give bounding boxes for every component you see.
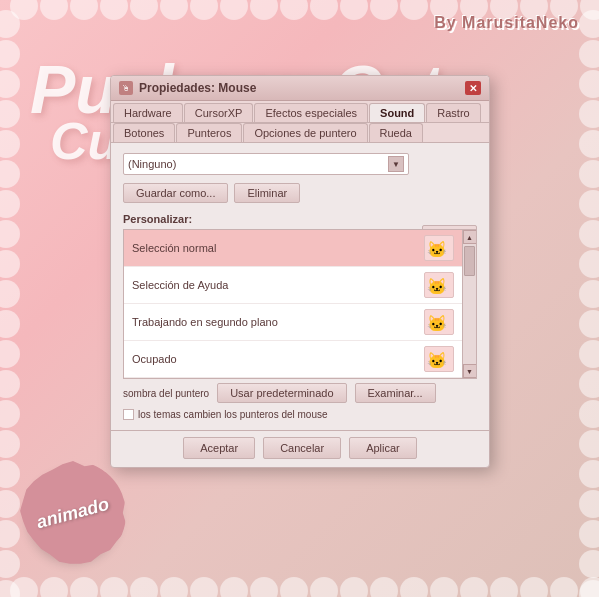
animated-badge: animado xyxy=(28,469,118,559)
default-button[interactable]: Usar predeterminado xyxy=(217,383,346,403)
scroll-track xyxy=(463,244,476,364)
list-item-label: Trabajando en segundo plano xyxy=(132,316,278,328)
list-scrollbar[interactable]: ▲ ▼ xyxy=(462,230,476,378)
list-item-label: Selección normal xyxy=(132,242,216,254)
list-item-label: Selección de Ayuda xyxy=(132,279,228,291)
list-item-label: Ocupado xyxy=(132,353,177,365)
tab-rastro[interactable]: Rastro xyxy=(426,103,480,122)
tabs-row-2: Botones Punteros Opciones de puntero Rue… xyxy=(111,123,489,143)
bottom-action-area: sombra del puntero Usar predeterminado E… xyxy=(123,383,477,420)
cursor-icon-background: 🐱 xyxy=(424,309,454,335)
branding-text: By MarusitaNeko xyxy=(434,14,579,32)
list-item[interactable]: Selección de Ayuda 🐱 xyxy=(124,267,462,304)
action-row: Guardar como... Eliminar xyxy=(123,183,477,203)
close-button[interactable]: ✕ xyxy=(465,81,481,95)
dropdown-arrow-icon[interactable]: ▼ xyxy=(388,156,404,172)
svg-text:🐱: 🐱 xyxy=(427,314,447,333)
tab-efectos[interactable]: Efectos especiales xyxy=(254,103,368,122)
properties-dialog: 🖱 Propiedades: Mouse ✕ Hardware CursorXP… xyxy=(110,75,490,468)
title-bar-left: 🖱 Propiedades: Mouse xyxy=(119,81,256,95)
svg-text:🐱: 🐱 xyxy=(427,351,447,370)
tab-rueda[interactable]: Rueda xyxy=(369,123,423,142)
cursor-list: Selección normal 🐱 Selección de Ayuda 🐱 … xyxy=(123,229,477,379)
svg-text:🐱: 🐱 xyxy=(427,277,447,296)
tab-punteros[interactable]: Punteros xyxy=(176,123,242,142)
shadow-row: sombra del puntero Usar predeterminado E… xyxy=(123,383,477,403)
svg-text:🐱: 🐱 xyxy=(427,240,447,259)
accept-button[interactable]: Aceptar xyxy=(183,437,255,459)
tab-cursorxp[interactable]: CursorXP xyxy=(184,103,254,122)
cursor-icon-busy: 🐱 xyxy=(424,346,454,372)
title-bar: 🖱 Propiedades: Mouse ✕ xyxy=(111,76,489,101)
personalizar-label: Personalizar: xyxy=(123,213,477,225)
checkbox-themes[interactable] xyxy=(123,409,134,420)
list-item[interactable]: Ocupado 🐱 xyxy=(124,341,462,378)
delete-button[interactable]: Eliminar xyxy=(234,183,300,203)
tab-opciones-puntero[interactable]: Opciones de puntero xyxy=(243,123,367,142)
list-item[interactable]: Trabajando en segundo plano 🐱 xyxy=(124,304,462,341)
dialog-content: (Ninguno) ▼ 🐱 Guardar como... Eliminar P… xyxy=(111,143,489,430)
dialog-footer: Aceptar Cancelar Aplicar xyxy=(111,430,489,467)
list-content: Selección normal 🐱 Selección de Ayuda 🐱 … xyxy=(124,230,462,378)
dropdown-row: (Ninguno) ▼ xyxy=(123,153,477,175)
badge-label: animado xyxy=(35,495,112,533)
tabs-row-1: Hardware CursorXP Efectos especiales Sou… xyxy=(111,101,489,123)
scroll-thumb[interactable] xyxy=(464,246,475,276)
list-item[interactable]: Selección normal 🐱 xyxy=(124,230,462,267)
dropdown-value: (Ninguno) xyxy=(128,158,176,170)
tab-sound[interactable]: Sound xyxy=(369,103,425,122)
tab-botones[interactable]: Botones xyxy=(113,123,175,142)
scroll-down-button[interactable]: ▼ xyxy=(463,364,477,378)
dialog-icon: 🖱 xyxy=(119,81,133,95)
shadow-label: sombra del puntero xyxy=(123,388,209,399)
checkbox-label: los temas cambien los punteros del mouse xyxy=(138,409,328,420)
sound-scheme-dropdown[interactable]: (Ninguno) ▼ xyxy=(123,153,409,175)
tab-hardware[interactable]: Hardware xyxy=(113,103,183,122)
apply-button[interactable]: Aplicar xyxy=(349,437,417,459)
dialog-title: Propiedades: Mouse xyxy=(139,81,256,95)
browse-button[interactable]: Examinar... xyxy=(355,383,436,403)
cursor-icon-normal: 🐱 xyxy=(424,235,454,261)
cancel-button[interactable]: Cancelar xyxy=(263,437,341,459)
scroll-up-button[interactable]: ▲ xyxy=(463,230,477,244)
save-as-button[interactable]: Guardar como... xyxy=(123,183,228,203)
cursor-icon-help: 🐱 xyxy=(424,272,454,298)
checkbox-row: los temas cambien los punteros del mouse xyxy=(123,409,477,420)
